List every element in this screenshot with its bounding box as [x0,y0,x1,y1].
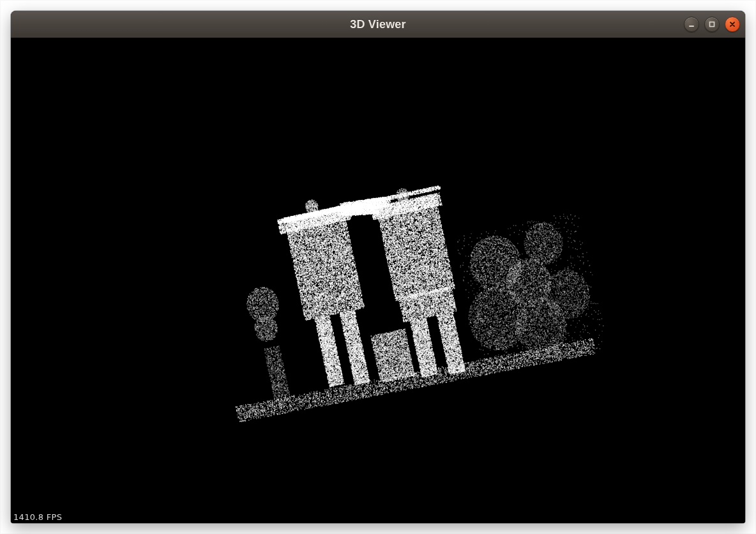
close-button[interactable] [725,17,740,32]
fps-readout: 1410.8 FPS [13,513,62,522]
desktop: 3D Viewer [0,0,756,534]
close-icon [729,20,736,28]
app-window: 3D Viewer [11,11,745,523]
pointcloud-canvas[interactable] [11,38,745,523]
minimize-button[interactable] [684,17,699,32]
svg-rect-0 [689,26,694,27]
maximize-icon [708,20,716,28]
svg-rect-1 [710,22,714,27]
maximize-button[interactable] [704,17,720,32]
window-title: 3D Viewer [350,18,406,31]
titlebar[interactable]: 3D Viewer [11,11,745,38]
window-controls [684,17,740,32]
minimize-icon [688,20,695,28]
viewport-3d[interactable]: 1410.8 FPS [11,38,745,523]
